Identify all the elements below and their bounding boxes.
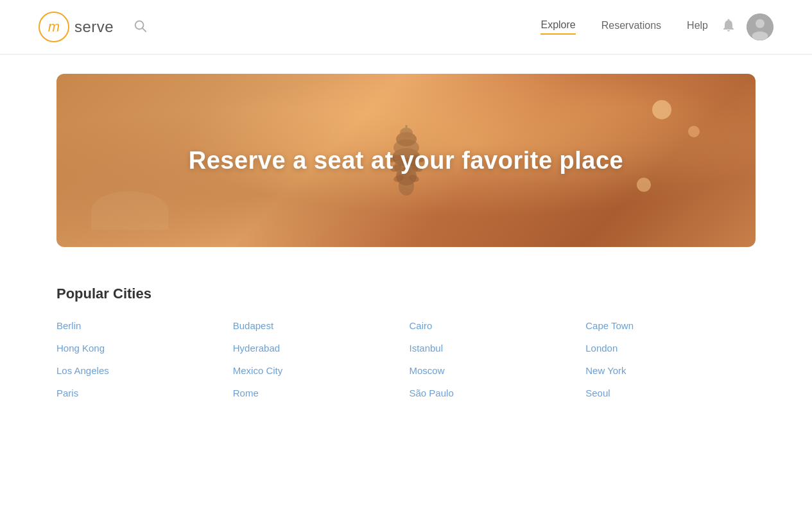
svg-point-3: [756, 19, 764, 28]
header: m serve Explore Reservations Help: [0, 0, 812, 55]
nav-explore[interactable]: Explore: [540, 19, 575, 35]
city-link[interactable]: Seoul: [585, 388, 756, 398]
table-decoration: [91, 191, 168, 230]
city-link[interactable]: Istanbul: [410, 343, 580, 354]
city-link[interactable]: New York: [585, 365, 756, 376]
cities-section-title: Popular Cities: [56, 286, 756, 302]
city-link[interactable]: Rome: [233, 388, 403, 398]
svg-point-11: [400, 128, 413, 138]
search-button[interactable]: [133, 19, 147, 36]
main-nav: Explore Reservations Help: [540, 19, 708, 35]
nav-reservations[interactable]: Reservations: [601, 20, 661, 34]
city-link[interactable]: London: [585, 343, 756, 354]
user-avatar[interactable]: [747, 13, 773, 40]
svg-point-4: [752, 31, 768, 40]
cities-section: Popular Cities BerlinBudapestCairoCape T…: [0, 260, 812, 418]
hero-headline: Reserve a seat at your favorite place: [189, 147, 624, 175]
notifications-button[interactable]: [721, 17, 736, 37]
bokeh-2: [688, 126, 700, 137]
svg-line-1: [143, 28, 146, 31]
city-link[interactable]: Paris: [56, 388, 227, 398]
city-link[interactable]: Los Angeles: [56, 365, 227, 376]
city-link[interactable]: Cairo: [410, 320, 580, 331]
city-link[interactable]: Budapest: [233, 320, 403, 331]
city-link[interactable]: Cape Town: [585, 320, 756, 331]
city-link[interactable]: São Paulo: [410, 388, 580, 398]
city-link[interactable]: Moscow: [410, 365, 580, 376]
nav-help[interactable]: Help: [687, 20, 708, 34]
city-link[interactable]: Hyderabad: [233, 343, 403, 354]
cities-grid: BerlinBudapestCairoCape TownHong KongHyd…: [56, 320, 756, 398]
city-link[interactable]: Berlin: [56, 320, 227, 331]
bokeh-3: [637, 178, 651, 192]
bokeh-1: [652, 100, 671, 119]
city-link[interactable]: Mexico City: [233, 365, 403, 376]
hero-banner: Reserve a seat at your favorite place: [56, 74, 756, 247]
header-icons: [721, 13, 773, 40]
logo-icon: m: [39, 12, 69, 42]
city-link[interactable]: Hong Kong: [56, 343, 227, 354]
logo-area[interactable]: m serve: [39, 12, 114, 42]
logo-text: serve: [74, 18, 114, 36]
